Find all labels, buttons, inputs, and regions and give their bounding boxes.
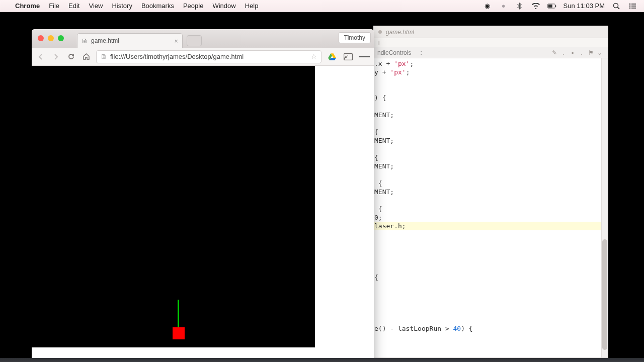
svg-rect-1 <box>548 5 552 8</box>
editor-scroll-thumb[interactable] <box>602 239 607 350</box>
bookmark-star-icon[interactable]: ☆ <box>311 53 317 60</box>
chrome-menu-button[interactable] <box>359 51 370 62</box>
google-drive-icon[interactable] <box>327 51 338 62</box>
code-line[interactable]: e() - lastLoopRun > 40) { <box>373 324 601 333</box>
window-controls <box>38 35 64 41</box>
flag-icon[interactable]: ⚑ <box>586 49 595 56</box>
menu-view[interactable]: View <box>89 2 103 10</box>
menu-bookmarks[interactable]: Bookmarks <box>141 2 174 10</box>
menu-help[interactable]: Help <box>245 2 259 10</box>
code-line[interactable]: .x + 'px'; <box>373 59 601 68</box>
code-line[interactable]: MENT; <box>373 136 601 145</box>
profile-button[interactable]: Timothy <box>339 32 371 43</box>
page-viewport <box>32 66 374 362</box>
code-line[interactable]: MENT; <box>373 162 601 170</box>
zoom-window-button[interactable] <box>58 35 64 41</box>
address-bar[interactable]: 🗎 file:///Users/timothyrjames/Desktop/ga… <box>96 50 321 63</box>
battery-icon[interactable] <box>547 2 556 11</box>
svg-rect-6 <box>631 4 636 5</box>
close-tab-icon[interactable]: × <box>174 37 178 45</box>
editor-tab-row: game.html <box>373 26 608 38</box>
chrome-window: 🗎 game.html × Timothy 🗎 <box>32 29 374 362</box>
home-button[interactable] <box>81 52 91 62</box>
code-line[interactable] <box>373 316 601 324</box>
code-line[interactable]: MENT; <box>373 188 601 196</box>
code-line[interactable]: y + 'px'; <box>373 68 601 76</box>
spotlight-icon[interactable] <box>612 2 621 11</box>
code-line[interactable]: ) { <box>373 94 601 102</box>
editor-tab[interactable]: game.html <box>386 29 414 36</box>
code-line[interactable] <box>373 256 601 264</box>
code-line[interactable] <box>373 119 601 128</box>
dot2-icon[interactable]: . <box>577 49 586 56</box>
code-line[interactable]: { <box>373 273 601 282</box>
code-line[interactable] <box>373 76 601 85</box>
screen-record-icon[interactable]: ◉ <box>483 2 492 11</box>
code-line[interactable]: { <box>373 153 601 162</box>
code-line[interactable] <box>373 333 601 341</box>
code-line[interactable] <box>373 230 601 239</box>
svg-line-4 <box>618 7 620 9</box>
browser-tab[interactable]: 🗎 game.html × <box>77 33 183 48</box>
cast-icon[interactable] <box>343 51 354 62</box>
code-line[interactable] <box>373 247 601 256</box>
svg-point-5 <box>629 3 631 5</box>
code-line[interactable]: MENT; <box>373 111 601 119</box>
svg-point-7 <box>629 5 631 7</box>
code-line[interactable] <box>373 196 601 205</box>
pencil-icon[interactable]: ✎ <box>550 49 559 56</box>
code-line[interactable] <box>373 239 601 247</box>
app-menu[interactable]: Chrome <box>15 2 40 10</box>
menu-history[interactable]: History <box>112 2 132 10</box>
tab-title: game.html <box>91 37 119 44</box>
svg-rect-10 <box>631 8 636 9</box>
code-line[interactable]: { <box>373 128 601 136</box>
code-line[interactable]: { <box>373 205 601 213</box>
back-button[interactable] <box>36 52 46 62</box>
site-info-icon[interactable]: 🗎 <box>101 53 107 60</box>
code-line[interactable]: 0; <box>373 213 601 222</box>
menu-edit[interactable]: Edit <box>68 2 79 10</box>
editor-scrollbar[interactable] <box>601 58 608 357</box>
file-icon: 🗎 <box>82 37 88 45</box>
game-stage[interactable] <box>32 66 315 347</box>
code-line[interactable]: laser.h; <box>373 222 601 230</box>
wifi-icon[interactable] <box>531 2 540 11</box>
code-line[interactable] <box>373 299 601 307</box>
code-line[interactable] <box>373 145 601 153</box>
forward-button[interactable] <box>51 52 61 62</box>
dock[interactable] <box>0 358 644 362</box>
menu-people[interactable]: People <box>183 2 203 10</box>
code-line[interactable] <box>373 102 601 111</box>
menu-extra-icon[interactable] <box>628 2 637 11</box>
desktop: game.html l ndleControls : ✎ . ▪ . ⚑ ⌄ .… <box>0 12 644 362</box>
svg-rect-2 <box>555 5 556 7</box>
hero-sprite <box>173 327 185 339</box>
notifications-icon[interactable]: ● <box>499 2 508 11</box>
caret-icon[interactable]: ⌄ <box>595 49 604 56</box>
editor-breadcrumb: l <box>373 38 608 47</box>
code-line[interactable] <box>373 341 601 350</box>
bluetooth-icon[interactable] <box>515 2 524 11</box>
function-name[interactable]: ndleControls <box>377 49 411 56</box>
new-tab-button[interactable] <box>187 35 202 46</box>
chrome-toolbar: 🗎 file:///Users/timothyrjames/Desktop/ga… <box>32 48 374 66</box>
code-line[interactable] <box>373 282 601 290</box>
url-text: file:///Users/timothyrjames/Desktop/game… <box>110 53 244 60</box>
menu-file[interactable]: File <box>49 2 59 10</box>
code-line[interactable] <box>373 290 601 299</box>
menu-window[interactable]: Window <box>212 2 235 10</box>
reload-button[interactable] <box>66 52 76 62</box>
code-line[interactable] <box>373 307 601 316</box>
code-editor[interactable]: .x + 'px';y + 'px'; ) { MENT; {MENT; {ME… <box>373 58 601 357</box>
minimize-window-button[interactable] <box>48 35 54 41</box>
close-window-button[interactable] <box>38 35 44 41</box>
stack-icon[interactable]: ▪ <box>568 49 577 56</box>
function-sep: : <box>420 49 422 56</box>
code-line[interactable]: { <box>373 179 601 188</box>
menubar-clock[interactable]: Sun 11:03 PM <box>564 2 605 10</box>
code-line[interactable] <box>373 264 601 273</box>
code-line[interactable] <box>373 170 601 179</box>
dot-icon[interactable]: . <box>559 49 568 56</box>
code-line[interactable] <box>373 85 601 94</box>
